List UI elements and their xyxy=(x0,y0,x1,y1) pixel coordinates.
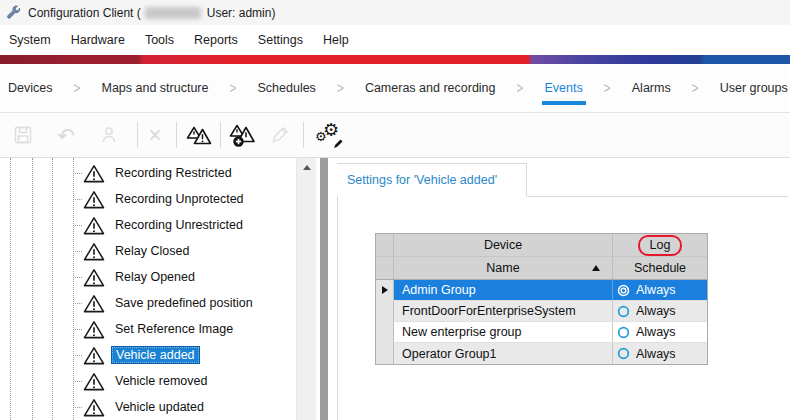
tree-item-label: Vehicle updated xyxy=(111,399,208,415)
tree-scrollbar[interactable] xyxy=(296,158,316,420)
save-icon[interactable] xyxy=(8,120,38,150)
event-settings-gears-icon[interactable]: ⚙ ⚙ xyxy=(314,120,344,150)
warning-triangle-icon xyxy=(83,294,105,313)
tree-item-recording-restricted[interactable]: Recording Restricted xyxy=(0,160,296,186)
tree-item-save-predefined-position[interactable]: Save predefined position xyxy=(0,290,296,316)
warning-triangle-icon xyxy=(83,242,105,261)
schedule-circle-icon xyxy=(617,347,630,360)
menu-system[interactable]: System xyxy=(8,31,52,49)
tree-item-relay-opened[interactable]: Relay Opened xyxy=(0,264,296,290)
add-compound-event-icon[interactable] xyxy=(227,120,257,150)
current-row-arrow-icon xyxy=(382,286,388,294)
schedule-column-header[interactable]: Schedule xyxy=(613,257,707,279)
event-tree: Recording Restricted Recording Unprotect… xyxy=(0,158,296,420)
menu-hardware[interactable]: Hardware xyxy=(70,31,126,49)
edit-pencil-icon[interactable] xyxy=(264,120,294,150)
name-column-header[interactable]: Name xyxy=(394,257,613,279)
device-name-cell[interactable]: New enterprise group xyxy=(394,322,613,342)
log-annotation-oval: Log xyxy=(638,235,683,256)
settings-tab[interactable]: Settings for 'Vehicle added' xyxy=(337,163,527,196)
breadcrumb-chevron-icon: > xyxy=(692,79,699,97)
window-title-user: User: admin) xyxy=(207,6,276,20)
tab-user-groups[interactable]: User groups xyxy=(720,81,788,95)
schedule-circle-icon xyxy=(617,284,630,297)
user-icon[interactable] xyxy=(94,120,124,150)
tree-item-label: Vehicle added xyxy=(111,346,200,364)
row-selector-cell[interactable] xyxy=(376,322,394,342)
table-row[interactable]: Operator Group1 Always xyxy=(376,343,707,364)
device-name-cell[interactable]: Admin Group xyxy=(394,280,613,300)
tab-schedules[interactable]: Schedules xyxy=(258,81,316,95)
row-selector-cell[interactable] xyxy=(376,280,394,300)
tree-item-vehicle-added[interactable]: Vehicle added xyxy=(0,342,296,368)
breadcrumb-chevron-icon: > xyxy=(604,79,611,97)
toolbar: ↶ × xyxy=(0,113,790,158)
row-selector-cell[interactable] xyxy=(376,301,394,321)
tab-devices[interactable]: Devices xyxy=(8,81,52,95)
compound-event-icon[interactable] xyxy=(183,120,213,150)
row-selector-header xyxy=(376,257,394,279)
schedule-cell[interactable]: Always xyxy=(613,280,707,300)
table-group-header-row: Device Log xyxy=(376,234,707,257)
main-area: Recording Restricted Recording Unprotect… xyxy=(0,158,790,420)
scrollbar-up-button[interactable] xyxy=(297,158,317,176)
tab-cameras-and-recording[interactable]: Cameras and recording xyxy=(365,81,496,95)
delete-icon[interactable]: × xyxy=(140,120,170,150)
settings-tab-label: Settings for 'Vehicle added' xyxy=(347,173,497,187)
breadcrumb-chevron-icon: > xyxy=(337,79,344,97)
device-name-cell[interactable]: FrontDoorForEnterpriseSystem xyxy=(394,301,613,321)
tree-item-relay-closed[interactable]: Relay Closed xyxy=(0,238,296,264)
row-selector-header xyxy=(376,234,394,256)
arrow-up-icon xyxy=(303,165,311,170)
sort-ascending-icon xyxy=(592,265,600,271)
tab-alarms[interactable]: Alarms xyxy=(632,81,671,95)
tree-item-vehicle-updated[interactable]: Vehicle updated xyxy=(0,394,296,420)
menu-bar: System Hardware Tools Reports Settings H… xyxy=(0,25,790,55)
tree-item-label: Vehicle removed xyxy=(111,373,211,389)
title-bar: Configuration Client ( User: admin) xyxy=(0,0,790,25)
log-group-header[interactable]: Log xyxy=(613,234,707,256)
tab-maps-and-structure[interactable]: Maps and structure xyxy=(101,81,208,95)
schedule-cell[interactable]: Always xyxy=(613,343,707,364)
menu-tools[interactable]: Tools xyxy=(144,31,175,49)
undo-icon[interactable]: ↶ xyxy=(51,120,81,150)
warning-triangle-icon xyxy=(83,346,105,365)
table-column-header-row: Name Schedule xyxy=(376,257,707,280)
tree-item-label: Relay Opened xyxy=(111,269,199,285)
toolbar-separator xyxy=(303,122,304,148)
table-row[interactable]: New enterprise group Always xyxy=(376,322,707,343)
row-selector-cell[interactable] xyxy=(376,343,394,364)
menu-help[interactable]: Help xyxy=(322,31,350,49)
tree-item-label: Recording Unprotected xyxy=(111,191,248,207)
brand-gradient-stripe xyxy=(0,55,790,64)
tree-item-label: Recording Unrestricted xyxy=(111,217,247,233)
tree-item-set-reference-image[interactable]: Set Reference Image xyxy=(0,316,296,342)
toolbar-separator xyxy=(176,122,177,148)
warning-triangle-icon xyxy=(83,164,105,183)
app-wrench-icon xyxy=(6,5,22,21)
schedule-cell[interactable]: Always xyxy=(613,301,707,321)
panel-splitter[interactable] xyxy=(320,158,328,420)
tab-events[interactable]: Events xyxy=(545,81,583,95)
schedule-cell[interactable]: Always xyxy=(613,322,707,342)
tree-item-label: Save predefined position xyxy=(111,295,257,311)
menu-settings[interactable]: Settings xyxy=(257,31,304,49)
redacted-server-name xyxy=(145,7,201,19)
device-name-cell[interactable]: Operator Group1 xyxy=(394,343,613,364)
page-tabs: Devices > Maps and structure > Schedules… xyxy=(0,64,790,113)
window-title-prefix: Configuration Client ( xyxy=(28,6,141,20)
table-row[interactable]: Admin Group Always xyxy=(376,280,707,301)
table-row[interactable]: FrontDoorForEnterpriseSystem Always xyxy=(376,301,707,322)
tree-item-label: Recording Restricted xyxy=(111,165,236,181)
tree-item-recording-unprotected[interactable]: Recording Unprotected xyxy=(0,186,296,212)
tree-item-label: Relay Closed xyxy=(111,243,193,259)
device-log-table: Device Log Name Schedule xyxy=(375,233,708,365)
warning-triangle-icon xyxy=(83,268,105,287)
tab-strip-line xyxy=(527,196,788,197)
tree-item-recording-unrestricted[interactable]: Recording Unrestricted xyxy=(0,212,296,238)
toolbar-separator xyxy=(137,122,138,148)
menu-reports[interactable]: Reports xyxy=(193,31,239,49)
tree-item-vehicle-removed[interactable]: Vehicle removed xyxy=(0,368,296,394)
device-group-header[interactable]: Device xyxy=(394,234,613,256)
settings-panel: Settings for 'Vehicle added' Device Log … xyxy=(328,158,790,420)
